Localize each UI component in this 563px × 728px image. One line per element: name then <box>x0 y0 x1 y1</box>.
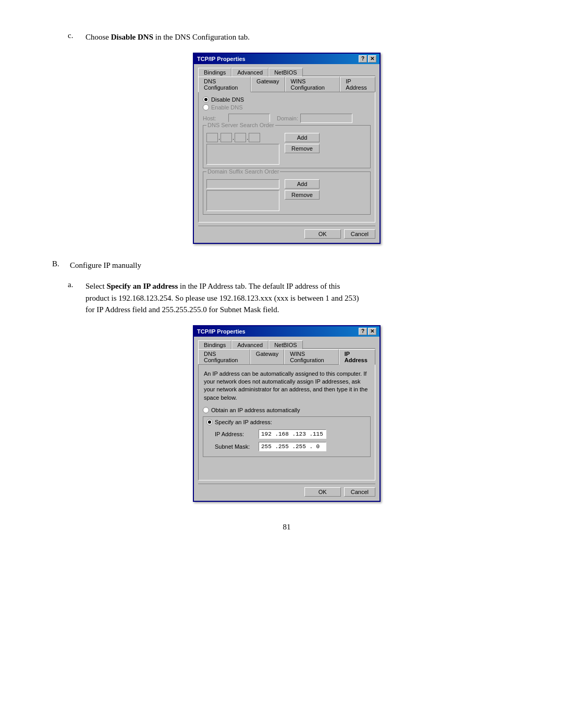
dialog1-titlebar: TCP/IP Properties ? ✕ <box>194 54 380 64</box>
label-ip: IP Address: <box>215 431 256 437</box>
dns-server-legend: DNS Server Search Order <box>206 122 275 128</box>
radio-auto-label: Obtain an IP address automatically <box>211 407 300 413</box>
radio-specify-ip[interactable] <box>206 419 213 425</box>
dns-server-listbox[interactable] <box>206 144 279 165</box>
dialog1-titlebar-buttons: ? ✕ <box>359 55 376 63</box>
dns-server-fieldset: DNS Server Search Order . . <box>203 125 371 168</box>
tab-dns-config[interactable]: DNS Configuration <box>198 77 251 92</box>
section-b: B. Configure IP manually a. Select Speci… <box>52 260 521 316</box>
dialog2-container: TCP/IP Properties ? ✕ Bindings Advanced … <box>52 325 521 502</box>
step-a-bold: Specify an IP address <box>106 282 178 290</box>
dialog1-body: Bindings Advanced NetBIOS DNS Configurat… <box>194 64 380 243</box>
step-c-suffix: in the DNS Configuration tab. <box>153 33 250 41</box>
tab-bindings[interactable]: Bindings <box>198 68 231 77</box>
dialog1: TCP/IP Properties ? ✕ Bindings Advanced … <box>193 53 381 244</box>
subnet-mask-value: 255 .255 .255 . 0 <box>261 443 320 450</box>
domain-suffix-content: Add Remove <box>206 179 367 211</box>
domain-suffix-left <box>206 179 279 211</box>
radio-disable-dns-label: Disable DNS <box>211 96 244 103</box>
dialog2-help-btn[interactable]: ? <box>359 328 367 335</box>
dialog2-tab-bindings[interactable]: Bindings <box>198 340 231 349</box>
label-host: Host: <box>203 115 226 121</box>
dns-octet1[interactable] <box>206 133 218 142</box>
dns-add-btn[interactable]: Add <box>285 133 320 142</box>
ip-address-value: 192 .168 .123 .115 <box>261 431 323 437</box>
radio-specify-row: Specify an IP address: <box>206 419 367 425</box>
radio-enable-dns-label: Enable DNS <box>211 104 243 110</box>
step-c: c. Choose Disable DNS in the DNS Configu… <box>68 31 521 43</box>
page-content: c. Choose Disable DNS in the DNS Configu… <box>52 31 521 532</box>
radio-auto-ip[interactable] <box>203 407 209 413</box>
radio-enable-dns[interactable] <box>203 104 209 110</box>
step-c-text: Choose Disable DNS in the DNS Configurat… <box>85 31 250 43</box>
step-a-text: Select Specify an IP address in the IP A… <box>85 280 359 316</box>
radio-disable-dns[interactable] <box>203 96 209 103</box>
dialog2-tab-content: An IP address can be automatically assig… <box>198 364 375 481</box>
dialog2-close-btn[interactable]: ✕ <box>368 328 376 335</box>
radio-disable-dns-row: Disable DNS <box>203 96 371 103</box>
radio-enable-dns-row: Enable DNS <box>203 104 371 110</box>
ip-address-display[interactable]: 192 .168 .123 .115 <box>259 429 326 439</box>
step-a-text1: in the IP Address tab. The default IP ad… <box>178 282 340 290</box>
dialog2-ok-btn[interactable]: OK <box>304 487 341 497</box>
dialog2-tab-netbios[interactable]: NetBIOS <box>268 340 302 349</box>
domain-add-btn[interactable]: Add <box>285 179 320 189</box>
tab-netbios[interactable]: NetBIOS <box>268 68 302 77</box>
dialog2-tab-dns[interactable]: DNS Configuration <box>198 349 250 365</box>
step-a-container: a. Select Specify an IP address in the I… <box>68 280 521 316</box>
step-a-prefix: Select <box>85 282 106 290</box>
dns-octet3[interactable] <box>235 133 246 142</box>
dns-octet2[interactable] <box>221 133 232 142</box>
radio-group-dns: Disable DNS Enable DNS <box>203 96 371 110</box>
dialog1-container: TCP/IP Properties ? ✕ Bindings Advanced … <box>52 53 521 244</box>
dialog2-tab-advanced[interactable]: Advanced <box>231 340 268 349</box>
dialog2-tab-wins[interactable]: WINS Configuration <box>284 349 339 365</box>
subnet-mask-row: Subnet Mask: 255 .255 .255 . 0 <box>215 442 367 451</box>
label-domain: Domain: <box>272 115 298 121</box>
tab-gateway[interactable]: Gateway <box>251 77 285 92</box>
tab-advanced[interactable]: Advanced <box>231 68 268 77</box>
section-b-label: B. <box>52 260 65 272</box>
specify-ip-fieldset: Specify an IP address: IP Address: 192 .… <box>203 416 371 457</box>
dialog1-title: TCP/IP Properties <box>197 56 246 62</box>
domain-remove-btn[interactable]: Remove <box>285 190 320 200</box>
subnet-mask-display[interactable]: 255 .255 .255 . 0 <box>259 442 326 451</box>
domain-suffix-fieldset: Domain Suffix Search Order Add Remove <box>203 171 371 215</box>
dns-server-row: . . . <box>206 133 367 165</box>
dialog1-tabs-row1: Bindings Advanced NetBIOS <box>198 67 375 76</box>
step-c-label: c. <box>68 31 80 43</box>
dns-server-content: . . . <box>206 133 367 165</box>
domain-suffix-listbox[interactable] <box>206 190 279 211</box>
step-a-text2: product is 192.168.123.254. So please us… <box>85 294 359 302</box>
dialog2: TCP/IP Properties ? ✕ Bindings Advanced … <box>193 325 381 502</box>
domain-suffix-input[interactable] <box>206 179 279 189</box>
ip-address-row: IP Address: 192 .168 .123 .115 <box>215 429 367 439</box>
dialog1-close-btn[interactable]: ✕ <box>368 55 376 63</box>
dialog1-help-btn[interactable]: ? <box>359 55 367 63</box>
dialog1-ok-btn[interactable]: OK <box>304 229 341 239</box>
domain-suffix-row: Add Remove <box>206 179 367 211</box>
dialog2-tab-gateway[interactable]: Gateway <box>250 349 284 365</box>
dialog2-title: TCP/IP Properties <box>197 328 246 335</box>
dns-remove-btn[interactable]: Remove <box>285 144 320 153</box>
tab-wins-config[interactable]: WINS Configuration <box>285 77 340 92</box>
dialog2-tab-ipaddress[interactable]: IP Address <box>339 349 375 365</box>
dns-octet4[interactable] <box>249 133 260 142</box>
section-b-header: B. Configure IP manually <box>52 260 521 272</box>
domain-suffix-buttons: Add Remove <box>285 179 320 200</box>
section-b-text: Configure IP manually <box>70 260 141 272</box>
dialog2-info-text: An IP address can be automatically assig… <box>203 369 371 403</box>
radio-auto-row: Obtain an IP address automatically <box>203 407 371 413</box>
dialog2-cancel-btn[interactable]: Cancel <box>344 487 375 497</box>
radio-specify-label: Specify an IP address: <box>215 419 272 425</box>
domain-input[interactable] <box>300 114 352 123</box>
dialog1-bottom-row: OK Cancel <box>198 226 375 239</box>
label-subnet: Subnet Mask: <box>215 443 256 450</box>
step-c-bold: Disable DNS <box>111 33 153 41</box>
spacer <box>203 460 371 476</box>
dialog1-cancel-btn[interactable]: Cancel <box>344 229 375 239</box>
step-a-label: a. <box>68 280 80 316</box>
step-a-text3: for IP Address field and 255.255.255.0 f… <box>85 305 279 314</box>
tab-ip-address[interactable]: IP Address <box>340 77 375 92</box>
dialog2-titlebar: TCP/IP Properties ? ✕ <box>194 326 380 337</box>
